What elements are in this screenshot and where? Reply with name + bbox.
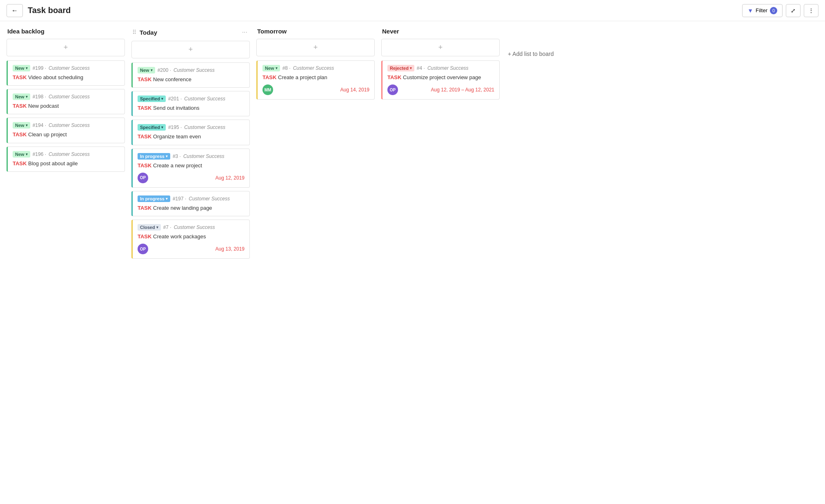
add-card-button[interactable]: + — [256, 39, 375, 56]
task-type-label: TASK — [13, 103, 27, 109]
card-title: TASK New conference — [138, 76, 245, 83]
card-title: TASK Send out invitations — [138, 104, 245, 112]
task-card[interactable]: New ▾#200 ·Customer SuccessTASK New conf… — [131, 62, 250, 88]
status-arrow-icon: ▾ — [276, 66, 278, 70]
column-today: ⠿Today···+New ▾#200 ·Customer SuccessTAS… — [131, 28, 250, 262]
status-badge[interactable]: In progress ▾ — [138, 195, 170, 202]
task-type-label: TASK — [13, 131, 27, 138]
card-title: TASK Organize team even — [138, 133, 245, 140]
card-meta: In progress ▾#197 ·Customer Success — [138, 195, 245, 202]
card-id: #196 · — [33, 151, 46, 157]
filter-button[interactable]: ▼ Filter 0 — [742, 4, 783, 17]
add-list-button[interactable]: + Add list to board — [506, 47, 555, 60]
task-card[interactable]: New ▾#196 ·Customer SuccessTASK Blog pos… — [7, 147, 125, 172]
card-footer: OPAug 13, 2019 — [138, 244, 245, 254]
task-card[interactable]: Rejected ▾#4 ·Customer SuccessTASK Custo… — [381, 60, 500, 100]
card-meta: Rejected ▾#4 ·Customer Success — [387, 65, 494, 71]
status-badge[interactable]: New ▾ — [13, 122, 30, 129]
card-meta: New ▾#199 ·Customer Success — [13, 65, 120, 71]
avatar: MM — [262, 84, 273, 95]
add-card-button[interactable]: + — [381, 39, 500, 56]
status-badge[interactable]: New ▾ — [13, 93, 30, 100]
filter-count-badge: 0 — [770, 7, 777, 14]
add-card-button[interactable]: + — [131, 41, 250, 58]
column-title: Today — [140, 29, 240, 36]
status-badge[interactable]: New ▾ — [262, 65, 280, 71]
status-badge[interactable]: Specified ▾ — [138, 95, 166, 102]
status-arrow-icon: ▾ — [26, 123, 28, 127]
card-title: TASK Clean up project — [13, 131, 120, 138]
card-meta: New ▾#8 ·Customer Success — [262, 65, 369, 71]
drag-handle-icon[interactable]: ⠿ — [132, 29, 136, 36]
card-id: #201 · — [168, 96, 182, 102]
task-card[interactable]: Closed ▾#7 ·Customer SuccessTASK Create … — [131, 220, 250, 259]
status-arrow-icon: ▾ — [151, 68, 153, 72]
task-card[interactable]: New ▾#198 ·Customer SuccessTASK New podc… — [7, 89, 125, 114]
status-badge[interactable]: Closed ▾ — [138, 224, 161, 231]
card-project: Customer Success — [189, 196, 230, 202]
status-badge[interactable]: New ▾ — [13, 151, 30, 158]
card-title: TASK Create a project plan — [262, 74, 369, 81]
task-card[interactable]: New ▾#194 ·Customer SuccessTASK Clean up… — [7, 118, 125, 143]
card-project: Customer Success — [49, 94, 90, 100]
header: ← Task board ▼ Filter 0 ⤢ ⋮ — [0, 0, 825, 21]
status-arrow-icon: ▾ — [156, 225, 158, 229]
card-meta: Specified ▾#195 ·Customer Success — [138, 124, 245, 131]
card-project: Customer Success — [49, 65, 90, 71]
status-arrow-icon: ▾ — [166, 154, 168, 158]
board: Idea backlog+New ▾#199 ·Customer Success… — [0, 21, 825, 269]
card-project: Customer Success — [49, 122, 90, 128]
status-arrow-icon: ▾ — [161, 97, 163, 101]
column-header-tomorrow: Tomorrow — [256, 28, 375, 35]
task-card[interactable]: New ▾#8 ·Customer SuccessTASK Create a p… — [256, 60, 375, 100]
card-due-date: Aug 14, 2019 — [340, 87, 369, 93]
column-more-button[interactable]: ··· — [240, 28, 249, 37]
task-type-label: TASK — [138, 205, 151, 211]
header-actions: ▼ Filter 0 ⤢ ⋮ — [742, 4, 818, 17]
column-idea-backlog: Idea backlog+New ▾#199 ·Customer Success… — [7, 28, 125, 175]
status-badge[interactable]: In progress ▾ — [138, 153, 170, 160]
status-badge[interactable]: New ▾ — [138, 67, 155, 73]
task-card[interactable]: In progress ▾#3 ·Customer SuccessTASK Cr… — [131, 149, 250, 188]
card-title: TASK Create work packages — [138, 233, 245, 240]
task-card[interactable]: New ▾#199 ·Customer SuccessTASK Video ab… — [7, 60, 125, 86]
task-card[interactable]: Specified ▾#201 ·Customer SuccessTASK Se… — [131, 91, 250, 116]
card-id: #8 · — [282, 65, 291, 71]
card-meta: New ▾#198 ·Customer Success — [13, 93, 120, 100]
card-meta: New ▾#196 ·Customer Success — [13, 151, 120, 158]
card-title: TASK Video about scheduling — [13, 74, 120, 81]
page-title: Task board — [28, 6, 742, 15]
card-meta: New ▾#194 ·Customer Success — [13, 122, 120, 129]
card-due-date: Aug 12, 2019 — [216, 175, 245, 181]
avatar: OP — [138, 173, 148, 183]
status-badge[interactable]: New ▾ — [13, 65, 30, 71]
filter-icon: ▼ — [747, 7, 753, 14]
more-options-button[interactable]: ⋮ — [804, 4, 818, 17]
card-project: Customer Success — [173, 67, 215, 73]
back-icon: ← — [11, 7, 18, 14]
add-card-button[interactable]: + — [7, 39, 125, 56]
task-card[interactable]: Specified ▾#195 ·Customer SuccessTASK Or… — [131, 120, 250, 145]
column-never: Never+Rejected ▾#4 ·Customer SuccessTASK… — [381, 28, 500, 103]
card-due-date: Aug 12, 2019 – Aug 12, 2021 — [431, 87, 494, 93]
task-type-label: TASK — [138, 76, 151, 82]
card-due-date: Aug 13, 2019 — [216, 246, 245, 252]
task-type-label: TASK — [138, 162, 151, 169]
status-badge[interactable]: Specified ▾ — [138, 124, 166, 131]
card-project: Customer Success — [183, 153, 225, 159]
task-type-label: TASK — [13, 160, 27, 167]
column-title: Never — [382, 28, 499, 35]
card-title: TASK Create new landing page — [138, 204, 245, 212]
card-title: TASK Customize project overview page — [387, 74, 494, 81]
status-badge[interactable]: Rejected ▾ — [387, 65, 414, 71]
column-title: Tomorrow — [257, 28, 374, 35]
task-type-label: TASK — [387, 74, 401, 80]
card-project: Customer Success — [184, 96, 225, 102]
card-footer: MMAug 14, 2019 — [262, 84, 369, 95]
expand-button[interactable]: ⤢ — [786, 4, 801, 17]
back-button[interactable]: ← — [7, 4, 23, 17]
card-project: Customer Success — [184, 124, 225, 130]
card-meta: New ▾#200 ·Customer Success — [138, 67, 245, 73]
card-id: #197 · — [173, 196, 186, 202]
task-card[interactable]: In progress ▾#197 ·Customer SuccessTASK … — [131, 191, 250, 216]
